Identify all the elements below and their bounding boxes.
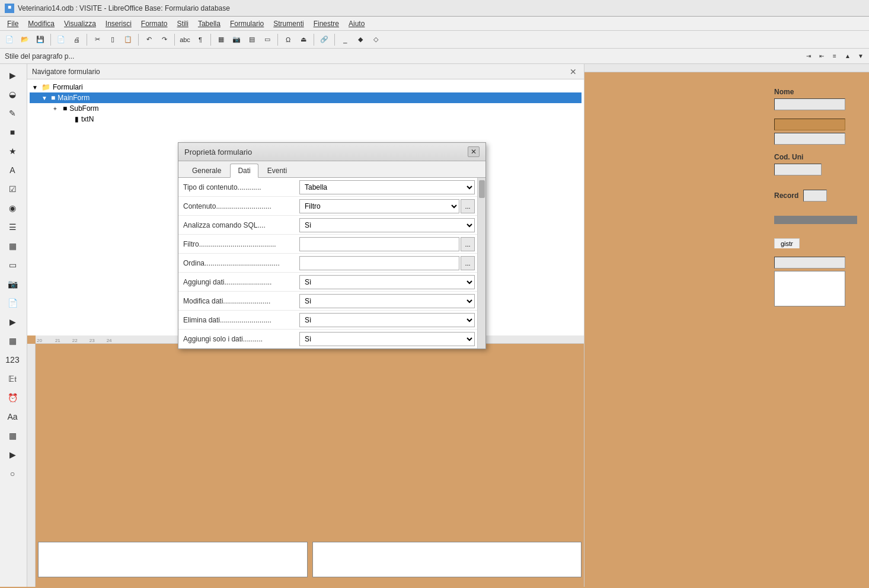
menu-formato[interactable]: Formato <box>136 18 172 29</box>
ruler-mark-24: 24 <box>107 338 124 343</box>
toolbar-paste[interactable]: 📋 <box>121 33 135 47</box>
tool-number[interactable]: 123 <box>1 351 24 369</box>
record-input[interactable] <box>803 190 827 202</box>
menu-strumenti[interactable]: Strumenti <box>269 18 308 29</box>
toolbar-hyperlink[interactable]: 🔗 <box>317 33 331 47</box>
tool-grid[interactable]: ▦ <box>1 427 24 445</box>
indent-less[interactable]: ⇤ <box>816 50 828 62</box>
menu-stili[interactable]: Stili <box>172 18 193 29</box>
label-aggiungi-dati: Aggiungi dati........................ <box>178 276 297 289</box>
toolbar-open[interactable]: 📂 <box>18 33 32 47</box>
tool-date[interactable]: ⏰ <box>1 389 24 407</box>
tool-toggle[interactable]: ■ <box>1 123 24 141</box>
design-canvas[interactable]: analisi <box>36 344 584 587</box>
sep7 <box>314 34 314 46</box>
tree-subform[interactable]: + ■ SubForm <box>30 103 582 114</box>
dialog-scrollbar[interactable] <box>477 178 485 349</box>
sep3 <box>138 34 139 46</box>
dialog-close-button[interactable]: ✕ <box>468 146 480 157</box>
ordina-with-browse: ... <box>299 256 475 270</box>
toolbar-shapes[interactable]: ◆ <box>353 33 368 47</box>
tree-txtn[interactable]: ▮ txtN <box>30 114 582 124</box>
toolbar-cut[interactable]: ✂ <box>90 33 104 47</box>
tool-formula[interactable]: 𝔼𝔱 <box>1 370 24 388</box>
tool-select[interactable]: ▶ <box>1 66 24 84</box>
cod-uni-input[interactable] <box>774 164 822 175</box>
toolbar-spellcheck[interactable]: abc <box>178 33 192 47</box>
toolbar-frame[interactable]: ▭ <box>260 33 274 47</box>
toolbar-image[interactable]: 📷 <box>229 33 244 47</box>
tool-table-ctrl[interactable]: ▦ <box>1 332 24 350</box>
input-filtro[interactable] <box>299 237 459 251</box>
dialog-tab-eventi[interactable]: Eventi <box>260 164 295 177</box>
right-scrollbar[interactable] <box>774 216 857 224</box>
value-aggiungi-dati: Sì No <box>297 274 477 290</box>
toolbar-line[interactable]: ⎯ <box>338 33 352 47</box>
input-ordina[interactable] <box>299 256 459 270</box>
record-group: Record <box>774 190 857 202</box>
menu-file[interactable]: File <box>2 18 23 29</box>
tool-text[interactable]: A <box>1 161 24 179</box>
tree-root-formulari[interactable]: ▼ 📁 Formulari <box>30 82 582 92</box>
select-aggiungi-dati[interactable]: Sì No <box>299 275 475 289</box>
toolbar-new[interactable]: 📄 <box>2 33 17 47</box>
tool-file-ctrl[interactable]: 📄 <box>1 294 24 312</box>
toolbar-copy[interactable]: ▯ <box>106 33 120 47</box>
tool-cursor[interactable]: ◒ <box>1 85 24 103</box>
tool-radio[interactable]: ◉ <box>1 199 24 217</box>
tool-design[interactable]: ✎ <box>1 104 24 122</box>
toolbar-redo[interactable]: ↷ <box>157 33 171 47</box>
menu-finestre[interactable]: Finestre <box>309 18 344 29</box>
list-style[interactable]: ≡ <box>829 50 841 62</box>
toolbar-chart[interactable]: ▤ <box>245 33 259 47</box>
ordina-browse-btn[interactable]: ... <box>461 256 475 270</box>
menu-formulario[interactable]: Formulario <box>225 18 269 29</box>
toolbar-print[interactable]: 🖨 <box>69 33 84 47</box>
tool-image-ctrl[interactable]: 📷 <box>1 275 24 293</box>
toolbar-undo[interactable]: ↶ <box>142 33 156 47</box>
indent-more[interactable]: ⇥ <box>803 50 814 62</box>
navigator-close-btn[interactable]: ✕ <box>567 66 579 78</box>
toolbar-print-preview[interactable]: 📄 <box>54 33 68 47</box>
tool-wizard[interactable]: ★ <box>1 142 24 160</box>
menu-inserisci[interactable]: Inserisci <box>101 18 136 29</box>
contenuto-browse-btn[interactable]: ... <box>461 199 475 213</box>
tool-nav[interactable]: ▶ <box>1 313 24 331</box>
menu-tabella[interactable]: Tabella <box>193 18 225 29</box>
toolbar-format[interactable]: ¶ <box>193 33 207 47</box>
tool-listbox[interactable]: ☰ <box>1 218 24 236</box>
tool-scrollbar[interactable]: ▭ <box>1 256 24 274</box>
select-modifica-dati[interactable]: Sì No <box>299 294 475 308</box>
right-orange-field1[interactable] <box>774 119 845 130</box>
tool-subform[interactable]: ▶ <box>1 446 24 464</box>
select-tipo-contenuto[interactable]: Tabella <box>299 180 475 194</box>
menu-visualizza[interactable]: Visualizza <box>59 18 101 29</box>
tool-more-tools[interactable]: ○ <box>1 465 24 482</box>
gistr-tab[interactable]: gistr <box>774 238 800 248</box>
menu-aiuto[interactable]: Aiuto <box>344 18 369 29</box>
increase-indent-icon[interactable]: ▲ <box>842 50 854 62</box>
select-contenuto[interactable]: Filtro <box>299 199 459 213</box>
scrollbar-thumb[interactable] <box>479 180 485 198</box>
dialog-tab-dati[interactable]: Dati <box>230 164 258 178</box>
toolbar-save[interactable]: 💾 <box>33 33 47 47</box>
decrease-indent-icon[interactable]: ▼ <box>855 50 867 62</box>
tool-checkbox[interactable]: ☑ <box>1 180 24 198</box>
filtro-browse-btn[interactable]: ... <box>461 237 475 251</box>
tree-mainform[interactable]: ▼ ■ MainForm <box>30 92 582 103</box>
sep5 <box>210 34 211 46</box>
select-elimina-dati[interactable]: Sì No <box>299 313 475 327</box>
select-analizza[interactable]: Sì No <box>299 218 475 232</box>
toolbar-footnote[interactable]: ⏏ <box>296 33 311 47</box>
tool-font[interactable]: Aa <box>1 408 24 426</box>
menu-modifica[interactable]: Modifica <box>23 18 59 29</box>
value-elimina-dati: Sì No <box>297 312 477 328</box>
toolbar-table[interactable]: ▦ <box>214 33 228 47</box>
dialog-tab-generale[interactable]: Generale <box>184 164 229 177</box>
toolbar-special-char[interactable]: Ω <box>281 33 295 47</box>
toolbar-more[interactable]: ◇ <box>369 33 383 47</box>
tool-combo[interactable]: ▦ <box>1 237 24 255</box>
select-aggiungi-solo[interactable]: Sì No <box>299 332 475 346</box>
nome-input[interactable] <box>774 98 845 110</box>
right-ruler-h <box>584 64 869 72</box>
